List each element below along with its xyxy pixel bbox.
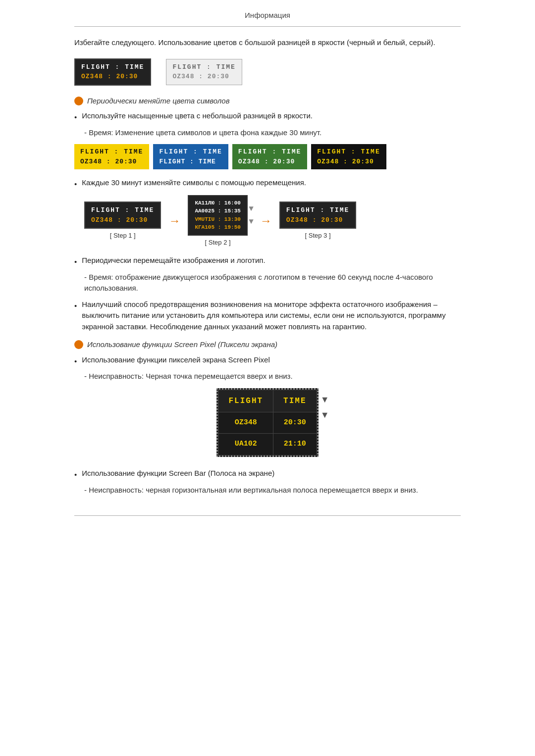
screen-pixel-wrapper: FLIGHT TIME OZ348 20:30 UA102 21:10 ▼ ▼ xyxy=(216,388,318,460)
page-header: Информация xyxy=(74,10,461,27)
screen-pixel-header-row: FLIGHT TIME xyxy=(218,390,317,412)
step-2-box: КА11ЛЮ : 16:00 АА0025 : 15:35 VMUTIU : 1… xyxy=(188,195,247,248)
page-footer xyxy=(74,515,461,521)
step1-label: [ Step 1 ] xyxy=(84,231,161,241)
page-title: Информация xyxy=(245,11,290,19)
step1-row1: FLIGHT : TIME xyxy=(91,205,154,215)
step2-label: [ Step 2 ] xyxy=(188,238,247,248)
fv3-row2: OZ348 : 20:30 xyxy=(238,157,301,167)
step3-display: FLIGHT : TIME OZ348 : 20:30 xyxy=(279,202,356,229)
arrow-1-icon: → xyxy=(168,212,180,230)
sp-r1-flight: OZ348 xyxy=(218,412,273,434)
sp-header-time: TIME xyxy=(273,390,317,412)
orange-dot-icon xyxy=(74,97,83,105)
orange-label-2: Использование функции Screen Pixel (Пикс… xyxy=(87,339,277,351)
bullet-text-3: Периодически перемещайте изображения и л… xyxy=(82,255,265,268)
step-1-box: FLIGHT : TIME OZ348 : 20:30 [ Step 1 ] xyxy=(84,202,161,241)
bullet-text-5: Использование функции пикселей экрана Sc… xyxy=(82,354,270,367)
screen-pixel-container: FLIGHT TIME OZ348 20:30 UA102 21:10 ▼ ▼ xyxy=(74,388,461,460)
movement-row: FLIGHT : TIME OZ348 : 20:30 [ Step 1 ] →… xyxy=(84,195,461,248)
orange-bullet-1: Периодически меняйте цвета символов xyxy=(74,96,461,107)
step2-row1: КА11ЛЮ : 16:00 xyxy=(195,199,240,207)
flight-variant-2: FLIGHT : TIME FLIGHT : TIME xyxy=(153,144,228,169)
fv1-row2: OZ348 : 20:30 xyxy=(80,157,143,167)
sub-text-3: - Время: отображение движущегося изображ… xyxy=(84,272,461,294)
step3-label: [ Step 3 ] xyxy=(279,231,356,241)
down-arrow-2-icon: ▼ xyxy=(249,216,254,228)
pixel-down-arrow-2-icon: ▼ xyxy=(321,408,329,422)
step-3-box: FLIGHT : TIME OZ348 : 20:30 [ Step 3 ] xyxy=(279,202,356,241)
bullet-dot-5: • xyxy=(74,356,77,367)
bullet-text-1: Используйте насыщенные цвета с небольшой… xyxy=(82,110,313,123)
fd-dark-row2: OZ348 : 20:30 xyxy=(81,72,144,82)
down-arrow-1-icon: ▼ xyxy=(249,203,254,215)
fd-dark-row1: FLIGHT : TIME xyxy=(81,62,144,72)
pixel-down-arrow-1-icon: ▼ xyxy=(321,393,329,406)
bullet-text-2: Каждые 30 минут изменяйте символы с помо… xyxy=(82,177,306,190)
bullet-text-4: Наилучший способ предотвращения возникно… xyxy=(82,299,461,333)
sp-r2-flight: UA102 xyxy=(218,434,273,455)
fd-gray-row2: OZ348 : 20:30 xyxy=(172,72,235,82)
step1-display: FLIGHT : TIME OZ348 : 20:30 xyxy=(84,202,161,229)
bullet-text-6: Использование функции Screen Bar (Полоса… xyxy=(82,468,274,481)
flight-variant-4: FLIGHT : TIME OZ348 : 20:30 xyxy=(311,144,386,169)
bullet-dot-6: • xyxy=(74,469,77,481)
fv1-row1: FLIGHT : TIME xyxy=(80,147,143,157)
orange-bullet-2: Использование функции Screen Pixel (Пикс… xyxy=(74,339,461,351)
step3-row2: OZ348 : 20:30 xyxy=(286,215,349,225)
step2-display: КА11ЛЮ : 16:00 АА0025 : 15:35 VMUTIU : 1… xyxy=(188,195,247,236)
bullet-item-3: • Периодически перемещайте изображения и… xyxy=(74,255,461,268)
flight-variant-3: FLIGHT : TIME OZ348 : 20:30 xyxy=(232,144,307,169)
sp-r1-time: 20:30 xyxy=(273,412,317,434)
screen-pixel-table: FLIGHT TIME OZ348 20:30 UA102 21:10 xyxy=(218,390,317,455)
intro-text: Избегайте следующего. Использование цвет… xyxy=(74,37,461,49)
pixel-arrows: ▼ ▼ xyxy=(321,393,329,422)
bullet-dot-1: • xyxy=(74,112,77,123)
color-variants-row: FLIGHT : TIME OZ348 : 20:30 FLIGHT : TIM… xyxy=(74,144,461,169)
bullet-dot-2: • xyxy=(74,179,77,190)
bullet-item-5: • Использование функции пикселей экрана … xyxy=(74,354,461,367)
fv4-row1: FLIGHT : TIME xyxy=(317,147,380,157)
sub-text-5: - Неисправность: Черная точка перемещает… xyxy=(84,371,461,382)
sub-text-1: - Время: Изменение цвета символов и цвет… xyxy=(84,127,461,139)
orange-dot-2-icon xyxy=(74,340,83,349)
fd-gray-row1: FLIGHT : TIME xyxy=(172,62,235,72)
sp-header-flight: FLIGHT xyxy=(218,390,273,412)
fv2-row1: FLIGHT : TIME xyxy=(159,147,222,157)
fv4-row2: OZ348 : 20:30 xyxy=(317,157,380,167)
bullet-item-2: • Каждые 30 минут изменяйте символы с по… xyxy=(74,177,461,190)
bullet-item-6: • Использование функции Screen Bar (Поло… xyxy=(74,468,461,481)
sub-text-6: - Неисправность: черная горизонтальная и… xyxy=(84,485,461,496)
orange-label-1: Периодически меняйте цвета символов xyxy=(87,96,230,107)
step2-row3: VMUTIU : 13:30 xyxy=(195,215,240,224)
flight-display-dark: FLIGHT : TIME OZ348 : 20:30 xyxy=(74,58,151,86)
step2-row4: КГА105 : 19:50 xyxy=(195,223,240,232)
bullet-item-1: • Используйте насыщенные цвета с небольш… xyxy=(74,110,461,123)
fv2-row2: FLIGHT : TIME xyxy=(159,157,222,167)
example-row-1: FLIGHT : TIME OZ348 : 20:30 FLIGHT : TIM… xyxy=(74,58,461,86)
bullet-dot-3: • xyxy=(74,256,77,268)
step2-row2: АА0025 : 15:35 xyxy=(195,207,240,215)
screen-pixel-display: FLIGHT TIME OZ348 20:30 UA102 21:10 xyxy=(216,388,318,457)
sp-row-1: OZ348 20:30 xyxy=(218,412,317,434)
fv3-row1: FLIGHT : TIME xyxy=(238,147,301,157)
flight-variant-2-wrapper: FLIGHT : TIME FLIGHT : TIME xyxy=(153,144,228,169)
step3-row1: FLIGHT : TIME xyxy=(286,205,349,215)
arrow-2-icon: → xyxy=(260,212,272,230)
sp-row-2: UA102 21:10 xyxy=(218,434,317,455)
flight-display-gray: FLIGHT : TIME OZ348 : 20:30 xyxy=(166,59,242,85)
flight-variant-1: FLIGHT : TIME OZ348 : 20:30 xyxy=(74,144,149,169)
sp-r2-time: 21:10 xyxy=(273,434,317,455)
bullet-dot-4: • xyxy=(74,301,77,333)
bullet-item-4: • Наилучший способ предотвращения возник… xyxy=(74,299,461,333)
step1-row2: OZ348 : 20:30 xyxy=(91,215,154,225)
